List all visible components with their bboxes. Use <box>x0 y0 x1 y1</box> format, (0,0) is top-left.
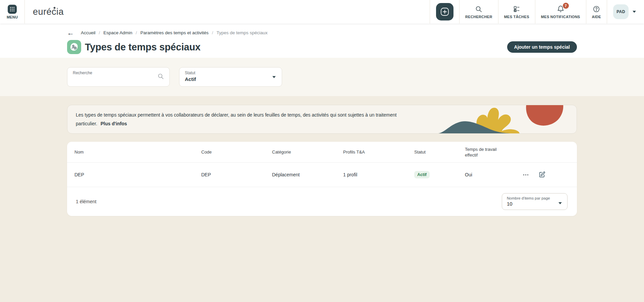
table-row: DEP DEP Déplacement 1 profil Actif Oui <box>67 163 577 187</box>
cell-categorie: Déplacement <box>272 172 343 177</box>
breadcrumb-separator: / <box>136 30 137 35</box>
breadcrumb-espace-admin[interactable]: Espace Admin <box>103 30 132 35</box>
column-header-temps-travail: Temps de travail effectif <box>465 146 504 158</box>
chevron-down-icon <box>558 202 562 204</box>
search-input[interactable] <box>73 76 150 82</box>
quick-add-button[interactable] <box>436 3 453 20</box>
edit-pencil-icon <box>538 171 546 178</box>
status-select[interactable]: Statut Actif <box>179 67 282 87</box>
item-count: 1 élément <box>76 199 96 204</box>
breadcrumb-accueil[interactable]: Accueil <box>81 30 96 35</box>
cell-temps-travail: Oui <box>465 172 523 177</box>
chevron-down-icon <box>272 76 276 78</box>
notification-badge: 7 <box>563 3 569 9</box>
edit-button[interactable] <box>538 171 546 178</box>
nav-aide-label: AIDE <box>592 15 601 19</box>
search-icon <box>157 73 164 81</box>
more-info-link[interactable]: Plus d'infos <box>101 121 127 126</box>
breadcrumb-parametres[interactable]: Paramètres des temps et activités <box>140 30 208 35</box>
nav-mes-notifications-label: MES NOTIFICATIONS <box>541 15 580 19</box>
column-header-categorie: Catégorie <box>272 149 343 155</box>
tasks-icon <box>513 5 520 13</box>
plus-squircle-icon <box>440 7 449 16</box>
nav-rechercher[interactable]: RECHERCHER <box>459 0 498 24</box>
column-header-code: Code <box>201 149 272 155</box>
menu-label: MENU <box>7 15 18 19</box>
breadcrumb-separator: / <box>99 30 100 35</box>
breadcrumb: ← Accueil / Espace Admin / Paramètres de… <box>67 24 577 36</box>
logo-text: eurécia <box>33 7 64 17</box>
help-icon <box>593 5 600 13</box>
info-banner: Les types de temps spéciaux permettent à… <box>67 105 577 134</box>
search-field[interactable]: Recherche <box>67 67 170 87</box>
items-per-page-select[interactable]: Nombre d'items par page 10 <box>502 193 568 210</box>
column-header-statut: Statut <box>414 149 465 155</box>
special-times-table: Nom Code Catégorie Profils T&A Statut Te… <box>67 142 577 216</box>
column-header-nom: Nom <box>74 149 201 155</box>
column-header-profils: Profils T&A <box>343 149 414 155</box>
nav-mes-notifications[interactable]: 7 MES NOTIFICATIONS <box>535 0 586 24</box>
decorative-shapes <box>436 105 577 133</box>
filters-section: Recherche Statut Actif <box>0 58 644 96</box>
nav-rechercher-label: RECHERCHER <box>465 15 492 19</box>
nav-mes-taches[interactable]: MES TÂCHES <box>498 0 535 24</box>
bell-icon: 7 <box>557 5 565 13</box>
search-icon <box>475 5 482 13</box>
cell-profils: 1 profil <box>343 172 414 177</box>
special-time-icon <box>67 40 81 54</box>
more-options-icon[interactable] <box>523 173 529 177</box>
status-select-value: Actif <box>185 76 276 82</box>
main-content: Les types de temps spéciaux permettent à… <box>0 96 644 216</box>
nav-aide[interactable]: AIDE <box>586 0 607 24</box>
cell-code: DEP <box>201 172 272 177</box>
avatar: PAD <box>613 4 629 19</box>
table-header-row: Nom Code Catégorie Profils T&A Statut Te… <box>67 142 577 163</box>
chevron-down-icon <box>633 11 636 13</box>
add-special-time-button[interactable]: Ajouter un temps spécial <box>507 41 577 53</box>
nav-mes-taches-label: MES TÂCHES <box>504 15 529 19</box>
user-menu[interactable]: PAD <box>607 0 644 24</box>
search-field-label: Recherche <box>73 71 164 75</box>
status-select-label: Statut <box>185 71 276 75</box>
menu-grid-icon <box>8 5 17 14</box>
page-title: Types de temps spéciaux <box>85 42 201 53</box>
items-per-page-label: Nombre d'items par page <box>507 196 562 200</box>
top-bar: MENU eurécia RECHERCHER <box>0 0 644 24</box>
status-badge: Actif <box>414 171 430 178</box>
table-footer: 1 élément Nombre d'items par page 10 <box>67 187 577 216</box>
breadcrumb-current: Types de temps spéciaux <box>216 30 267 35</box>
page-header-section: ← Accueil / Espace Admin / Paramètres de… <box>0 24 644 58</box>
logo[interactable]: eurécia <box>25 0 64 24</box>
menu-button[interactable]: MENU <box>0 0 25 24</box>
cell-nom: DEP <box>74 172 201 177</box>
breadcrumb-separator: / <box>212 30 213 35</box>
items-per-page-value: 10 <box>507 201 562 207</box>
back-arrow-icon[interactable]: ← <box>67 29 74 36</box>
